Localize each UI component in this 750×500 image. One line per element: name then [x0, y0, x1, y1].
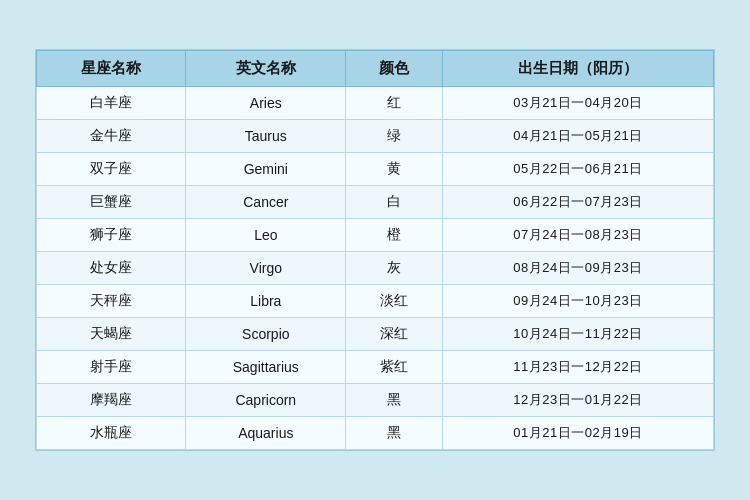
cell-english-name: Gemini	[186, 153, 346, 186]
cell-english-name: Scorpio	[186, 318, 346, 351]
cell-color: 白	[346, 186, 443, 219]
cell-date: 04月21日一05月21日	[442, 120, 713, 153]
cell-english-name: Sagittarius	[186, 351, 346, 384]
table-row: 摩羯座Capricorn黑12月23日一01月22日	[37, 384, 714, 417]
cell-color: 黑	[346, 417, 443, 450]
cell-date: 09月24日一10月23日	[442, 285, 713, 318]
cell-color: 淡红	[346, 285, 443, 318]
cell-color: 绿	[346, 120, 443, 153]
table-row: 水瓶座Aquarius黑01月21日一02月19日	[37, 417, 714, 450]
cell-color: 橙	[346, 219, 443, 252]
table-row: 天秤座Libra淡红09月24日一10月23日	[37, 285, 714, 318]
table-row: 射手座Sagittarius紫红11月23日一12月22日	[37, 351, 714, 384]
cell-chinese-name: 摩羯座	[37, 384, 186, 417]
cell-color: 深红	[346, 318, 443, 351]
cell-chinese-name: 金牛座	[37, 120, 186, 153]
cell-chinese-name: 水瓶座	[37, 417, 186, 450]
cell-color: 黄	[346, 153, 443, 186]
cell-color: 灰	[346, 252, 443, 285]
table-row: 狮子座Leo橙07月24日一08月23日	[37, 219, 714, 252]
table-row: 双子座Gemini黄05月22日一06月21日	[37, 153, 714, 186]
table-body: 白羊座Aries红03月21日一04月20日金牛座Taurus绿04月21日一0…	[37, 87, 714, 450]
cell-chinese-name: 狮子座	[37, 219, 186, 252]
cell-date: 07月24日一08月23日	[442, 219, 713, 252]
cell-date: 05月22日一06月21日	[442, 153, 713, 186]
cell-chinese-name: 天秤座	[37, 285, 186, 318]
cell-date: 01月21日一02月19日	[442, 417, 713, 450]
table-row: 白羊座Aries红03月21日一04月20日	[37, 87, 714, 120]
cell-date: 08月24日一09月23日	[442, 252, 713, 285]
cell-color: 黑	[346, 384, 443, 417]
cell-english-name: Cancer	[186, 186, 346, 219]
cell-date: 11月23日一12月22日	[442, 351, 713, 384]
cell-chinese-name: 射手座	[37, 351, 186, 384]
cell-english-name: Capricorn	[186, 384, 346, 417]
cell-date: 10月24日一11月22日	[442, 318, 713, 351]
cell-date: 03月21日一04月20日	[442, 87, 713, 120]
cell-date: 06月22日一07月23日	[442, 186, 713, 219]
cell-color: 紫红	[346, 351, 443, 384]
cell-english-name: Taurus	[186, 120, 346, 153]
zodiac-table: 星座名称 英文名称 颜色 出生日期（阳历） 白羊座Aries红03月21日一04…	[36, 50, 714, 450]
zodiac-table-container: 星座名称 英文名称 颜色 出生日期（阳历） 白羊座Aries红03月21日一04…	[35, 49, 715, 451]
table-row: 天蝎座Scorpio深红10月24日一11月22日	[37, 318, 714, 351]
cell-english-name: Leo	[186, 219, 346, 252]
cell-date: 12月23日一01月22日	[442, 384, 713, 417]
cell-english-name: Libra	[186, 285, 346, 318]
table-row: 金牛座Taurus绿04月21日一05月21日	[37, 120, 714, 153]
header-chinese-name: 星座名称	[37, 51, 186, 87]
cell-chinese-name: 天蝎座	[37, 318, 186, 351]
table-header-row: 星座名称 英文名称 颜色 出生日期（阳历）	[37, 51, 714, 87]
table-row: 处女座Virgo灰08月24日一09月23日	[37, 252, 714, 285]
cell-english-name: Aries	[186, 87, 346, 120]
cell-chinese-name: 白羊座	[37, 87, 186, 120]
cell-chinese-name: 双子座	[37, 153, 186, 186]
header-color: 颜色	[346, 51, 443, 87]
header-english-name: 英文名称	[186, 51, 346, 87]
cell-english-name: Virgo	[186, 252, 346, 285]
cell-english-name: Aquarius	[186, 417, 346, 450]
cell-color: 红	[346, 87, 443, 120]
header-date: 出生日期（阳历）	[442, 51, 713, 87]
table-row: 巨蟹座Cancer白06月22日一07月23日	[37, 186, 714, 219]
cell-chinese-name: 巨蟹座	[37, 186, 186, 219]
cell-chinese-name: 处女座	[37, 252, 186, 285]
